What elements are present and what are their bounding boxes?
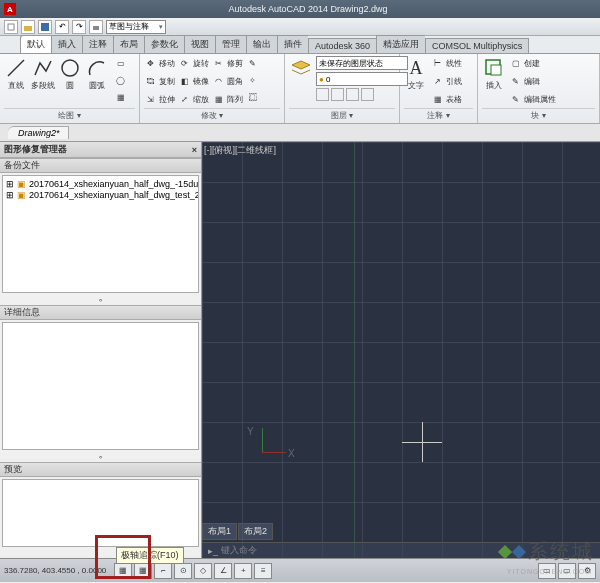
workspace-dropdown[interactable]: 草图与注释 ▾ xyxy=(106,20,166,34)
redo-icon[interactable]: ↷ xyxy=(72,20,86,34)
panel-layers-title[interactable]: 图层 ▾ xyxy=(289,108,395,121)
polar-button[interactable]: ⊙ xyxy=(174,563,192,579)
print-icon[interactable] xyxy=(89,20,103,34)
svg-rect-2 xyxy=(93,26,99,30)
tool-edit-block[interactable]: ✎编辑 xyxy=(509,74,556,89)
tool-stretch[interactable]: ⇲拉伸 xyxy=(144,92,175,107)
tool-array[interactable]: ▦阵列 xyxy=(212,92,243,107)
layer-btn-2[interactable] xyxy=(331,88,344,101)
layer-btn-3[interactable] xyxy=(346,88,359,101)
preview-title[interactable]: 预览 xyxy=(0,462,201,477)
tool-hatch[interactable]: ▦ xyxy=(114,90,127,105)
tab-view[interactable]: 视图 xyxy=(184,35,215,53)
tool-trim[interactable]: ✂修剪 xyxy=(212,56,243,71)
tool-layer-properties[interactable] xyxy=(289,56,313,80)
ortho-button[interactable]: ⌐ xyxy=(154,563,172,579)
tab-manage[interactable]: 管理 xyxy=(215,35,246,53)
save-icon[interactable] xyxy=(38,20,52,34)
details-title[interactable]: 详细信息 xyxy=(0,305,201,320)
tool-edit-attr[interactable]: ✎编辑属性 xyxy=(509,92,556,107)
tab-addins[interactable]: 插件 xyxy=(277,35,308,53)
tree-node[interactable]: ⊞ ▣ 20170614_xshexianyuan_half_dwg_-15du xyxy=(6,179,195,189)
tool-offset[interactable]: ⿴ xyxy=(246,90,259,105)
tool-polyline-label: 多段线 xyxy=(31,80,55,91)
tool-erase[interactable]: ✎ xyxy=(246,56,259,71)
osnap-button[interactable]: ◇ xyxy=(194,563,212,579)
tool-rect[interactable]: ▭ xyxy=(114,56,127,71)
ribbon-tabs: 默认 插入 注释 布局 参数化 视图 管理 输出 插件 Autodesk 360… xyxy=(0,36,600,54)
grid-button[interactable]: ▦ xyxy=(134,563,152,579)
explode-icon: ✧ xyxy=(246,74,259,87)
tab-annotate[interactable]: 注释 xyxy=(82,35,113,53)
panel-modify-title[interactable]: 修改 ▾ xyxy=(144,108,280,121)
tab-a360[interactable]: Autodesk 360 xyxy=(308,38,376,53)
layout-tab-2[interactable]: 布局2 xyxy=(238,523,273,540)
viewport-label[interactable]: [-][俯视][二维线框] xyxy=(204,144,276,157)
document-tabs: Drawing2* xyxy=(0,124,600,142)
tool-move[interactable]: ✥移动 xyxy=(144,56,175,71)
erase-icon: ✎ xyxy=(246,57,259,70)
tool-copy[interactable]: ⿻复制 xyxy=(144,74,175,89)
undo-icon[interactable]: ↶ xyxy=(55,20,69,34)
tool-text[interactable]: A 文字 xyxy=(404,56,428,91)
layer-btn-1[interactable] xyxy=(316,88,329,101)
lineweight-button[interactable]: ≡ xyxy=(254,563,272,579)
tab-layout[interactable]: 布局 xyxy=(113,35,144,53)
dyninput-button[interactable]: + xyxy=(234,563,252,579)
ellipse-icon: ◯ xyxy=(114,74,127,87)
tab-default[interactable]: 默认 xyxy=(20,35,51,53)
doc-tab-drawing2[interactable]: Drawing2* xyxy=(8,126,69,139)
tool-polyline[interactable]: 多段线 xyxy=(31,56,55,91)
tab-comsol[interactable]: COMSOL Multiphysics xyxy=(425,38,529,53)
tool-fillet[interactable]: ◠圆角 xyxy=(212,74,243,89)
tool-explode[interactable]: ✧ xyxy=(246,73,259,88)
tree-node[interactable]: ⊞ ▣ 20170614_xshexianyuan_half_dwg_test_… xyxy=(6,190,195,200)
scroll-indicator[interactable]: ◦ xyxy=(0,452,201,462)
panel-header[interactable]: 图形修复管理器 × xyxy=(0,142,201,158)
mirror-icon: ◧ xyxy=(178,75,191,88)
tool-line-label: 直线 xyxy=(8,80,24,91)
tool-linear[interactable]: ⊢线性 xyxy=(431,56,462,71)
tool-arc[interactable]: 圆弧 xyxy=(85,56,109,91)
app-logo-icon[interactable]: A xyxy=(4,3,16,15)
close-icon[interactable]: × xyxy=(192,145,197,155)
tool-arc-label: 圆弧 xyxy=(89,80,105,91)
tool-ellipse[interactable]: ◯ xyxy=(114,73,127,88)
backup-files-tree[interactable]: ⊞ ▣ 20170614_xshexianyuan_half_dwg_-15du… xyxy=(2,175,199,293)
tool-insert-block[interactable]: 插入 xyxy=(482,56,506,91)
tab-parametric[interactable]: 参数化 xyxy=(144,35,184,53)
tool-rotate[interactable]: ⟳旋转 xyxy=(178,56,209,71)
scroll-indicator[interactable]: ◦ xyxy=(0,295,201,305)
expand-icon[interactable]: ⊞ xyxy=(6,190,14,200)
new-icon[interactable] xyxy=(4,20,18,34)
tool-array-label: 阵列 xyxy=(227,94,243,105)
tool-scale[interactable]: ⤢缩放 xyxy=(178,92,209,107)
expand-icon[interactable]: ⊞ xyxy=(6,179,14,189)
coordinates[interactable]: 336.7280, 403.4550 , 0.0000 xyxy=(4,566,106,575)
drawing-canvas[interactable]: [-][俯视][二维线框] Y X 布局1 布局2 ▸_ 键入命令 xyxy=(202,142,600,558)
open-icon[interactable] xyxy=(21,20,35,34)
tool-mirror[interactable]: ◧镜像 xyxy=(178,74,209,89)
polyline-icon xyxy=(31,56,55,80)
tool-circle-label: 圆 xyxy=(66,80,74,91)
panel-annotation: A 文字 ⊢线性 ↗引线 ▦表格 注释 ▾ xyxy=(400,54,478,123)
tool-line[interactable]: 直线 xyxy=(4,56,28,91)
layer-state-dropdown[interactable]: 未保存的图层状态 xyxy=(316,56,408,70)
tab-featured[interactable]: 精选应用 xyxy=(376,35,425,53)
tool-table[interactable]: ▦表格 xyxy=(431,92,462,107)
current-layer-dropdown[interactable]: ● 0 xyxy=(316,72,408,86)
panel-annotation-title[interactable]: 注释 ▾ xyxy=(404,108,473,121)
tool-circle[interactable]: 圆 xyxy=(58,56,82,91)
panel-block-title[interactable]: 块 ▾ xyxy=(482,108,595,121)
edit-icon: ✎ xyxy=(509,75,522,88)
tool-leader[interactable]: ↗引线 xyxy=(431,74,462,89)
panel-draw-title[interactable]: 绘图 ▾ xyxy=(4,108,135,121)
otrack-button[interactable]: ∠ xyxy=(214,563,232,579)
tab-output[interactable]: 输出 xyxy=(246,35,277,53)
tab-insert[interactable]: 插入 xyxy=(51,35,82,53)
tool-create-block[interactable]: ▢创建 xyxy=(509,56,556,71)
layer-btn-4[interactable] xyxy=(361,88,374,101)
snap-button[interactable]: ▦ xyxy=(114,563,132,579)
layout-tab-1[interactable]: 布局1 xyxy=(202,523,237,540)
backup-files-title[interactable]: 备份文件 xyxy=(0,158,201,173)
